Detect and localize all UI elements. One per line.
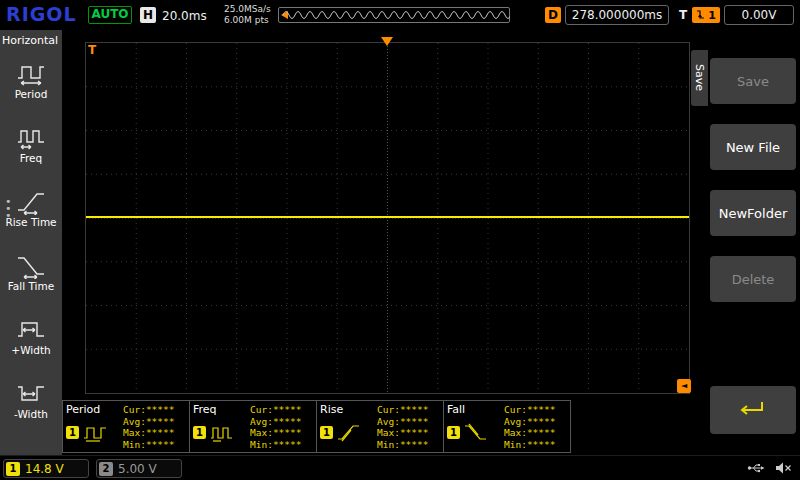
acquisition-info: 25.0MSa/s 6.00M pts [224, 4, 271, 26]
channel-1-number-badge: 1 [6, 462, 20, 476]
sidebar-title: Horizontal [0, 34, 58, 47]
min-value: Min:***** [504, 439, 555, 451]
waveform-grid [85, 42, 690, 394]
cur-value: Cur:***** [250, 404, 301, 416]
oscilloscope-screen: RIGOL AUTO H 20.0ms 25.0MSa/s 6.00M pts … [0, 0, 800, 480]
channel-1-status[interactable]: 1 14.8 V [3, 459, 89, 478]
delete-button[interactable]: Delete [710, 256, 796, 302]
sidebar-item-minus-width[interactable]: -Width [0, 367, 62, 431]
sidebar-item-freq[interactable]: Freq [0, 111, 62, 175]
memory-depth-value: 6.00M pts [224, 15, 271, 26]
measurement-values: Cur:***** Avg:***** Max:***** Min:***** [504, 403, 555, 450]
minus-width-icon [15, 379, 47, 407]
sidebar-item-plus-width[interactable]: +Width [0, 303, 62, 367]
channel-1-scale: 14.8 V [25, 462, 64, 476]
falling-edge-icon [696, 9, 706, 21]
sample-rate-value: 25.0MSa/s [224, 4, 271, 15]
max-value: Max:***** [123, 427, 174, 439]
return-arrow-icon [738, 398, 768, 422]
measurement-freq[interactable]: Freq 1 Cur:***** Avg:***** Max:***** Min… [189, 400, 317, 453]
menu-tab-save: Save [691, 50, 708, 106]
memory-waveform-icon [283, 12, 510, 19]
delay-offscreen-marker-icon[interactable]: ◄ [677, 379, 691, 393]
min-value: Min:***** [377, 439, 428, 451]
channel-2-status[interactable]: 2 5.00 V [96, 459, 182, 478]
top-status-bar: RIGOL AUTO H 20.0ms 25.0MSa/s 6.00M pts … [0, 0, 800, 30]
min-value: Min:***** [250, 439, 301, 451]
channel-1-trace [86, 216, 689, 218]
graticule [86, 43, 689, 393]
freq-waveform-icon [209, 421, 235, 443]
avg-value: Avg:***** [504, 416, 555, 428]
fall-waveform-icon [463, 421, 489, 443]
channel-2-number-badge: 2 [99, 462, 113, 476]
sidebar-item-label: Rise Time [5, 216, 56, 228]
channel-1-badge: 1 [320, 426, 333, 439]
new-folder-button[interactable]: NewFolder [710, 190, 796, 236]
measurement-bar: Period 1 Cur:***** Avg:***** Max:***** M… [62, 400, 570, 453]
trigger-time-marker[interactable]: T [88, 43, 96, 57]
delay-badge: D [545, 7, 561, 23]
trigger-level-value: 0.00V [724, 5, 794, 25]
channel-2-scale: 5.00 V [118, 462, 157, 476]
channel-status-bar: 1 14.8 V 2 5.00 V [0, 455, 800, 480]
measurement-rise[interactable]: Rise 1 Cur:***** Avg:***** Max:***** Min… [316, 400, 444, 453]
max-value: Max:***** [377, 427, 428, 439]
save-button[interactable]: Save [710, 58, 796, 104]
horizontal-badge: H [140, 7, 156, 23]
cur-value: Cur:***** [377, 404, 428, 416]
plus-width-icon [15, 315, 47, 343]
timebase-value: 20.0ms [162, 9, 207, 23]
measurement-fall[interactable]: Fall 1 Cur:***** Avg:***** Max:***** Min… [443, 400, 571, 453]
sidebar-item-label: Fall Time [8, 280, 54, 292]
trigger-label: T [679, 8, 687, 22]
measurement-title: Period [66, 403, 123, 416]
avg-value: Avg:***** [123, 416, 174, 428]
memory-position-indicator[interactable] [278, 7, 510, 23]
trigger-source-badge: 1 [692, 7, 720, 23]
rigol-logo: RIGOL [6, 3, 77, 25]
channel-1-badge: 1 [193, 426, 206, 439]
trigger-channel-number: 1 [708, 9, 716, 22]
max-value: Max:***** [504, 427, 555, 439]
max-value: Max:***** [250, 427, 301, 439]
back-enter-button[interactable] [710, 386, 796, 434]
min-value: Min:***** [123, 439, 174, 451]
period-waveform-icon [82, 421, 108, 443]
measurement-title: Fall [447, 403, 504, 416]
horizontal-measure-sidebar: Horizontal Period Freq Rise Time [0, 30, 62, 455]
sidebar-item-label: +Width [11, 344, 50, 356]
sidebar-item-label: Period [15, 88, 48, 100]
channel-1-badge: 1 [447, 426, 460, 439]
avg-value: Avg:***** [250, 416, 301, 428]
avg-value: Avg:***** [377, 416, 428, 428]
sidebar-item-label: -Width [14, 408, 48, 420]
fall-time-icon [15, 251, 47, 279]
channel-1-badge: 1 [66, 426, 79, 439]
sidebar-scroll-dots-icon: ••• [5, 198, 12, 219]
run-status-badge: AUTO [88, 6, 132, 24]
measurement-title: Freq [193, 403, 250, 416]
measurement-values: Cur:***** Avg:***** Max:***** Min:***** [377, 403, 428, 450]
usb-icon [747, 462, 766, 474]
trigger-position-marker-icon[interactable] [381, 37, 393, 46]
sidebar-item-label: Freq [20, 152, 43, 164]
speaker-mute-icon [775, 462, 792, 474]
measurement-period[interactable]: Period 1 Cur:***** Avg:***** Max:***** M… [62, 400, 190, 453]
sidebar-item-period[interactable]: Period [0, 47, 62, 111]
period-icon [15, 59, 47, 87]
measurement-values: Cur:***** Avg:***** Max:***** Min:***** [250, 403, 301, 450]
measurement-title: Rise [320, 403, 377, 416]
rise-time-icon [15, 187, 47, 215]
freq-icon [15, 123, 47, 151]
measurement-values: Cur:***** Avg:***** Max:***** Min:***** [123, 403, 174, 450]
delay-value: 278.000000ms [565, 5, 669, 25]
sidebar-item-fall-time[interactable]: Fall Time [0, 239, 62, 303]
cur-value: Cur:***** [123, 404, 174, 416]
rise-waveform-icon [336, 421, 362, 443]
cur-value: Cur:***** [504, 404, 555, 416]
new-file-button[interactable]: New File [710, 124, 796, 170]
